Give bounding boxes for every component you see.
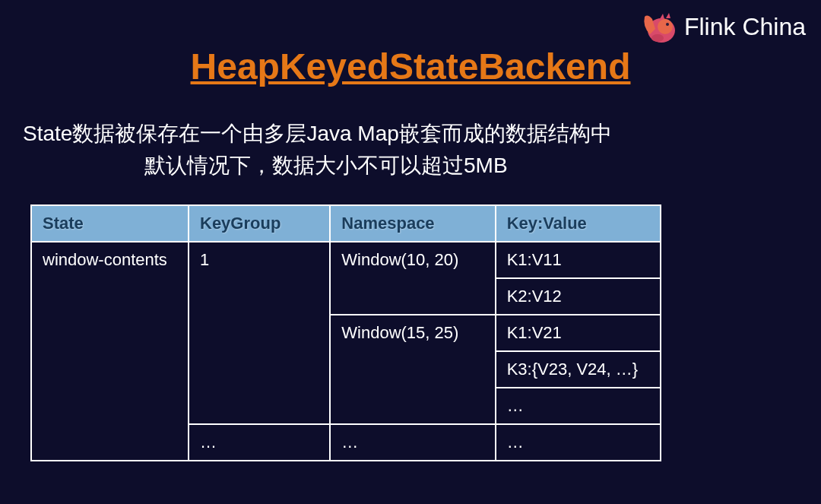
cell-namespace-ellipsis: … — [330, 424, 495, 461]
cell-namespace-2: Window(15, 25) — [330, 315, 495, 424]
cell-kv-3: K1:V21 — [496, 315, 661, 351]
slide-title: HeapKeyedStateBackend — [0, 46, 821, 87]
description-line-1: State数据被保存在一个由多层Java Map嵌套而成的数据结构中 — [23, 118, 821, 150]
cell-kv-2: K2:V12 — [496, 278, 661, 315]
cell-kv-5: … — [496, 388, 661, 424]
brand-text: Flink China — [684, 13, 806, 41]
svg-point-2 — [666, 23, 669, 26]
table-header-row: State KeyGroup Namespace Key:Value — [31, 205, 661, 242]
table-row: window-contents 1 Window(10, 20) K1:V11 — [31, 242, 661, 278]
cell-kv-ellipsis: … — [496, 424, 661, 461]
cell-kv-1: K1:V11 — [496, 242, 661, 278]
svg-point-1 — [658, 19, 673, 34]
description: State数据被保存在一个由多层Java Map嵌套而成的数据结构中 默认情况下… — [23, 118, 821, 182]
cell-namespace-1: Window(10, 20) — [330, 242, 495, 315]
cell-keygroup: 1 — [189, 242, 330, 424]
state-table: State KeyGroup Namespace Key:Value windo… — [30, 204, 661, 461]
cell-kv-4: K3:{V23, V24, …} — [496, 351, 661, 388]
header-keygroup: KeyGroup — [189, 205, 330, 242]
description-line-2: 默认情况下，数据大小不可以超过5MB — [144, 150, 821, 182]
cell-keygroup-ellipsis: … — [189, 424, 330, 461]
svg-point-3 — [651, 34, 664, 42]
header-state: State — [31, 205, 189, 242]
header-namespace: Namespace — [330, 205, 495, 242]
cell-state: window-contents — [31, 242, 189, 461]
flink-squirrel-icon — [639, 8, 677, 46]
header-keyvalue: Key:Value — [496, 205, 661, 242]
header: Flink China — [639, 8, 806, 46]
